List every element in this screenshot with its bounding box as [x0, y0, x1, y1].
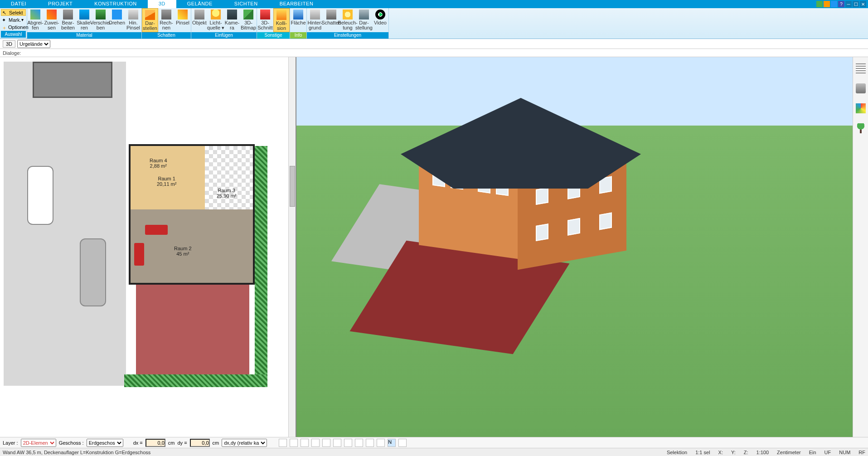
selekt-button[interactable]: ↖Selekt: [1, 9, 26, 16]
maximize-icon[interactable]: ☐: [853, 1, 859, 7]
ribbon-group-sonstige: 3D- Schnitt Kolli- sion Sonstige: [257, 8, 290, 39]
hedge-bottom: [124, 374, 267, 387]
tool-icon-north[interactable]: N: [388, 439, 396, 447]
terrain-select[interactable]: Urgelände: [17, 40, 50, 48]
3d-bitmap-button[interactable]: 3D- Bitmap: [240, 8, 257, 32]
menu-gelaende[interactable]: GELÄNDE: [176, 0, 223, 8]
close-icon[interactable]: ✕: [860, 1, 866, 7]
coord-mode-select[interactable]: dx,dy (relativ ka: [222, 439, 267, 447]
status-scale: 1:100: [756, 450, 769, 455]
plants-icon[interactable]: [856, 123, 866, 133]
mark-button[interactable]: ✦Mark. ▾: [1, 16, 26, 23]
shadow-icon: [326, 10, 336, 19]
dy-input[interactable]: [190, 439, 210, 447]
3d-schnitt-button[interactable]: 3D- Schnitt: [257, 8, 273, 32]
kamera-button[interactable]: Kame- ra: [224, 8, 240, 32]
verschieben-button[interactable]: Verschie- ben: [92, 8, 109, 32]
abgreifen-button[interactable]: Abgrei- fen: [27, 8, 44, 32]
menu-3d[interactable]: 3D: [148, 0, 176, 8]
drehen-button[interactable]: Drehen: [109, 8, 125, 32]
pinsel-button[interactable]: Pinsel: [175, 8, 191, 32]
status-num: NUM: [839, 450, 850, 455]
bucket-icon: [47, 10, 57, 19]
materials-icon[interactable]: [856, 103, 866, 113]
tool-icon-9[interactable]: [366, 439, 374, 447]
workspace: Raum 42,88 m² Raum 120,11 m² Raum 325,90…: [0, 57, 868, 437]
rechnen-button[interactable]: Rech- nen: [158, 8, 175, 32]
dx-input[interactable]: [145, 439, 165, 447]
titlebar-btn-1[interactable]: [816, 1, 823, 7]
schatten-button[interactable]: Schatten: [323, 8, 339, 32]
status-bar: Wand AW 36,5 m, Deckenauflager L=Konstru…: [0, 448, 868, 456]
ribbon-group-material: Abgrei- fen Zuwei- sen Bear- beiten Skal…: [27, 8, 142, 39]
tool-icon-7[interactable]: [344, 439, 352, 447]
help-icon[interactable]: ?: [838, 1, 844, 7]
optionen-button[interactable]: ＋Optionen: [1, 24, 26, 30]
collision-icon: [276, 10, 286, 20]
menu-sichten[interactable]: SICHTEN: [223, 0, 269, 8]
ribbon: ↖Selekt ✦Mark. ▾ ＋Optionen Auswahl Abgre…: [0, 8, 868, 39]
bearbeiten-button[interactable]: Bear- beiten: [60, 8, 76, 32]
layer-select[interactable]: 2D-Elemen: [21, 439, 56, 447]
tool-icon-6[interactable]: [333, 439, 341, 447]
bottom-toolbar: Layer : 2D-Elemen Geschoss : Erdgeschos …: [0, 437, 868, 448]
geschoss-select[interactable]: Erdgeschos: [87, 439, 123, 447]
cut-icon: [260, 10, 270, 19]
room-2: [131, 209, 253, 283]
tool-icon-10[interactable]: [377, 439, 385, 447]
room1-label: Raum 120,11 m²: [157, 176, 176, 187]
titlebar-btn-2[interactable]: [824, 1, 830, 7]
tool-icon-1[interactable]: [279, 439, 287, 447]
minimize-icon[interactable]: ─: [845, 1, 852, 7]
tool-icon-3[interactable]: [301, 439, 309, 447]
sofa-1: [145, 225, 168, 235]
lichtquelle-button[interactable]: Licht- quelle ▾: [208, 8, 224, 32]
view-tab-3d[interactable]: 3D: [3, 40, 15, 48]
objekt-button[interactable]: Objekt: [191, 8, 208, 32]
hin-pinsel-button[interactable]: Hin. Pinsel: [125, 8, 141, 32]
terrace: [136, 285, 249, 380]
room3-label: Raum 325,90 m²: [217, 188, 236, 199]
menu-datei[interactable]: DATEI: [0, 0, 37, 8]
menu-konstruktion[interactable]: KONSTRUKTION: [83, 0, 147, 8]
menu-projekt[interactable]: PROJEKT: [37, 0, 83, 8]
scrollbar-2d[interactable]: [288, 57, 296, 437]
dropper-icon: [30, 10, 40, 19]
area-icon: [293, 10, 303, 19]
ribbon-group-info: Fläche Info: [290, 8, 307, 39]
hintergrund-button[interactable]: Hinter- grund: [307, 8, 323, 32]
window-icon: [599, 212, 612, 230]
menu-bearbeiten[interactable]: BEARBEITEN: [269, 0, 325, 8]
bitmap-icon: [243, 10, 253, 19]
titlebar-btn-3[interactable]: [831, 1, 837, 7]
ribbon-group-einfuegen: Objekt Licht- quelle ▾ Kame- ra 3D- Bitm…: [191, 8, 257, 39]
group-label-material: Material: [27, 32, 141, 39]
dy-label: dy =: [177, 440, 187, 446]
status-unit: Zentimeter: [777, 450, 801, 455]
beleuchtung-button[interactable]: Beleuch- tung: [339, 8, 356, 32]
scrollbar-thumb[interactable]: [290, 166, 295, 207]
view-3d-render[interactable]: [296, 57, 853, 437]
zuweisen-button[interactable]: Zuwei- sen: [44, 8, 60, 32]
dx-unit: cm: [168, 440, 175, 446]
furniture-icon[interactable]: [856, 83, 866, 93]
tool-icon-8[interactable]: [355, 439, 363, 447]
tool-icon-5[interactable]: [322, 439, 330, 447]
scale-icon: [79, 10, 89, 19]
status-uf: UF: [824, 450, 831, 455]
geschoss-label: Geschoss :: [59, 440, 84, 446]
room2-label: Raum 245 m²: [174, 246, 192, 257]
layers-icon[interactable]: [856, 63, 866, 73]
group-label-auswahl: Auswahl: [1, 31, 26, 38]
flaeche-button[interactable]: Fläche: [290, 8, 306, 32]
kollision-button[interactable]: Kolli- sion: [273, 8, 290, 32]
hedge-right: [255, 146, 267, 386]
view-2d-floorplan[interactable]: Raum 42,88 m² Raum 120,11 m² Raum 325,90…: [0, 57, 296, 437]
tool-icon-4[interactable]: [311, 439, 320, 447]
video-button[interactable]: Video: [372, 8, 388, 32]
object-icon: [194, 10, 204, 19]
tool-icon-2[interactable]: [290, 439, 298, 447]
darstellen-button[interactable]: Dar- stellen: [142, 8, 158, 32]
darstellung-button[interactable]: Dar- stellung: [356, 8, 372, 32]
tool-icon-12[interactable]: [398, 439, 407, 447]
